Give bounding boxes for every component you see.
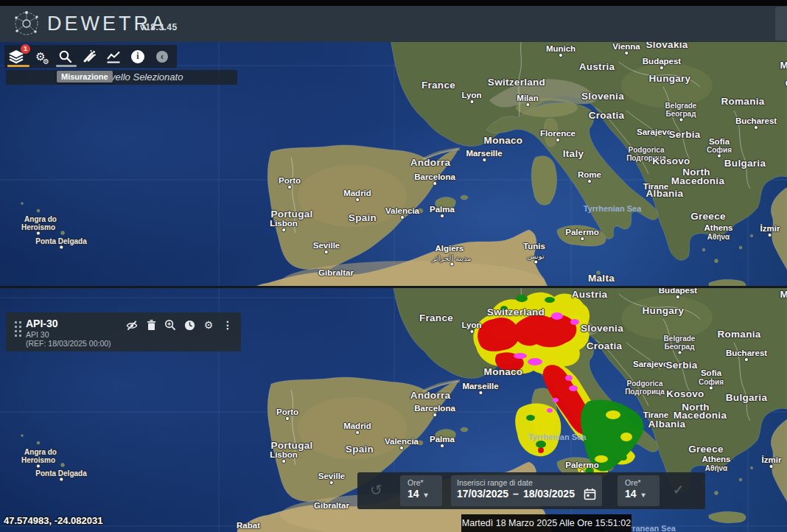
layers-active-underline xyxy=(7,65,29,67)
check-icon: ✓ xyxy=(673,483,684,497)
map-split-divider[interactable] xyxy=(0,286,787,288)
navbar-right-tab[interactable] xyxy=(775,7,787,41)
date-separator: – xyxy=(513,488,519,500)
more-options-button[interactable]: ⋮ xyxy=(222,319,234,331)
island-aegean-2 xyxy=(715,259,718,263)
date-start: 17/03/2025 xyxy=(457,488,508,500)
layer-panel-api30: API-30 API 30 (REF: 18/03/2025 00:00) xyxy=(6,312,241,351)
layer-time-button[interactable] xyxy=(183,319,195,331)
layers-badge: 1 xyxy=(21,44,30,54)
clock-icon xyxy=(184,320,195,331)
hours-end-select[interactable]: Ore* 14▾ xyxy=(618,475,660,506)
current-datetime-banner: Martedì 18 Marzo 2025 Alle Ore 15:51:02 xyxy=(461,514,632,532)
selected-level-bar: Livello Selezionato xyxy=(6,70,237,85)
search-icon xyxy=(58,49,72,63)
info-button[interactable]: i xyxy=(129,48,147,66)
date-range-value: 17/03/2025 – 18/03/2025 xyxy=(451,487,602,500)
island-ibiza xyxy=(417,209,423,213)
hours-start-value: 14▾ xyxy=(400,487,442,500)
zoom-in-icon xyxy=(164,319,176,331)
brand-version: v18.3.45 xyxy=(140,22,178,32)
land-turkey xyxy=(771,187,787,270)
caret-down-icon: ▾ xyxy=(642,491,646,499)
time-range-control: ↺ Ore* 14▾ Inserisci range di date 17/03… xyxy=(357,472,705,509)
gear-small-icon: ⚙ xyxy=(43,58,49,66)
meseta-plain xyxy=(298,165,407,227)
hours-start-label: Ore* xyxy=(400,475,442,487)
island-sicily xyxy=(557,225,606,246)
island-menorca xyxy=(461,195,468,200)
collapse-toolbar-button[interactable]: ‹ xyxy=(153,48,171,66)
info-icon: i xyxy=(131,50,144,63)
island-aegean-3 xyxy=(739,246,742,249)
top-navbar: DEWETRA v18.3.45 xyxy=(0,0,787,42)
date-range-field[interactable]: Inserisci range di date 17/03/2025 – 18/… xyxy=(451,475,602,506)
map-toolbar: 1 ⚙ ⚙ i xyxy=(4,45,177,68)
layer-actions: ⚙ ⋮ xyxy=(126,319,234,331)
kebab-icon: ⋮ xyxy=(223,319,233,331)
layer-reference-time: (REF: 18/03/2025 00:00) xyxy=(26,340,111,349)
hours-start-select[interactable]: Ore* 14▾ xyxy=(400,475,442,506)
settings-button[interactable]: ⚙ ⚙ xyxy=(32,48,49,66)
dewetra-logo-icon xyxy=(12,9,41,38)
po-valley xyxy=(516,98,578,117)
selected-level-label: Livello Selezionato xyxy=(103,71,183,83)
date-end: 18/03/2025 xyxy=(523,488,575,500)
measure-tools-icon xyxy=(82,49,97,63)
hide-layer-button[interactable] xyxy=(126,319,138,331)
island-mallorca xyxy=(436,197,456,210)
search-button[interactable] xyxy=(56,48,74,66)
chart-button[interactable] xyxy=(105,48,122,66)
collapse-chevron-icon: ‹ xyxy=(156,51,168,63)
drag-handle-icon[interactable] xyxy=(15,321,22,337)
history-icon: ↺ xyxy=(370,482,382,498)
measure-tools-button[interactable] xyxy=(80,48,98,66)
island-azores-1 xyxy=(37,209,40,212)
dewetra-app: SlovakiaViennaMunichBudapestMoldovaAustr… xyxy=(0,0,787,532)
island-malta xyxy=(597,271,601,275)
search-active-underline xyxy=(56,65,77,67)
chart-icon xyxy=(106,50,121,63)
hours-end-value: 14▾ xyxy=(618,487,660,500)
island-crete xyxy=(709,279,746,286)
delete-layer-button[interactable] xyxy=(145,319,157,331)
calendar-icon[interactable] xyxy=(584,488,596,500)
eye-off-icon xyxy=(126,320,138,331)
caret-down-icon: ▾ xyxy=(424,491,428,499)
hours-end-label: Ore* xyxy=(618,475,660,487)
island-aegean-4 xyxy=(750,234,753,237)
island-azores-2 xyxy=(61,231,65,235)
layer-name: API 30 xyxy=(26,331,111,340)
island-sardinia xyxy=(531,156,556,206)
history-button[interactable]: ↺ xyxy=(370,481,382,499)
layer-subtitle: API 30 (REF: 18/03/2025 00:00) xyxy=(26,331,111,348)
gear-icon: ⚙ xyxy=(204,319,214,331)
island-azores-3 xyxy=(21,203,24,205)
layer-settings-button[interactable]: ⚙ xyxy=(203,319,214,331)
cursor-coordinates: 47.574983, -24.082031 xyxy=(4,515,102,526)
island-aegean-1 xyxy=(702,248,705,251)
date-range-label: Inserisci range di date xyxy=(451,475,602,487)
zoom-to-layer-button[interactable] xyxy=(164,319,176,331)
measure-tooltip: Misurazione xyxy=(57,71,113,83)
layers-button[interactable]: 1 xyxy=(7,48,25,66)
apply-range-button[interactable]: ✓ xyxy=(673,482,684,498)
trash-icon xyxy=(147,320,156,331)
layer-title: API-30 xyxy=(26,318,58,329)
